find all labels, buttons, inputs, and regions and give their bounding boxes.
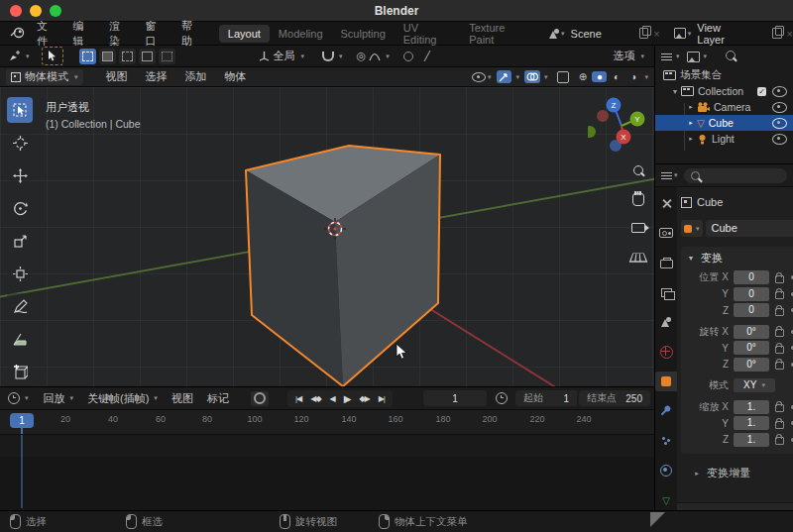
scale-x-field[interactable]: 1. [734, 400, 769, 414]
current-frame-indicator[interactable]: 1 [10, 413, 34, 428]
tab-physics[interactable] [655, 461, 677, 480]
blender-logo-icon[interactable] [10, 26, 25, 41]
properties-type-dropdown[interactable]: ▾ [661, 171, 678, 180]
snapping-toggle[interactable]: ▾ [322, 52, 343, 61]
viewport-menu-add[interactable]: 添加 [176, 69, 216, 84]
scene-selector[interactable]: ▾ Scene [549, 28, 602, 40]
navigation-gizmo[interactable]: Z Y X [588, 95, 651, 159]
gizmo-negative-x[interactable] [597, 110, 609, 122]
expand-icon[interactable]: ▸ [685, 103, 697, 111]
next-keyframe-button[interactable]: ◆▶ [356, 392, 372, 405]
shading-solid-button[interactable]: ● [592, 71, 607, 82]
outliner-row-scene-collection[interactable]: 场景集合 [655, 67, 793, 83]
tab-view-layer[interactable] [655, 282, 677, 302]
outliner-row-collection[interactable]: ▼ Collection ✓ [655, 83, 793, 99]
use-preview-range-button[interactable] [496, 392, 508, 404]
rotation-y-field[interactable]: 0° [734, 341, 769, 355]
hide-collection-eye-icon[interactable] [772, 86, 787, 97]
tab-object-data[interactable]: ▽ [655, 490, 677, 510]
object-type-dropdown[interactable]: ▾ [681, 220, 703, 237]
marker-menu[interactable]: 标记 [200, 391, 236, 406]
unlink-scene-icon[interactable]: × [653, 28, 659, 40]
lock-icon[interactable] [775, 275, 784, 283]
outliner-row-camera[interactable]: ▸ Camera [655, 99, 793, 115]
new-view-layer-icon[interactable] [772, 28, 781, 39]
lock-icon[interactable] [775, 437, 784, 445]
proportional-editing-toggle[interactable]: ◎ ▾ [357, 50, 390, 62]
object-name-field[interactable]: Cube [706, 220, 793, 237]
mode-dropdown[interactable]: 物体模式 ▾ [6, 69, 83, 85]
hide-cube-eye-icon[interactable] [772, 118, 787, 129]
tab-particles[interactable] [655, 431, 677, 451]
play-reverse-button[interactable]: ◀ [327, 392, 338, 405]
collection-checkbox[interactable]: ✓ [757, 87, 766, 96]
tool-scale[interactable] [7, 228, 33, 254]
outliner-row-light[interactable]: ▸ Light [655, 131, 793, 147]
tool-select-box[interactable] [7, 97, 33, 123]
hide-light-eye-icon[interactable] [772, 134, 787, 145]
transform-orientation-dropdown[interactable]: 全局 ▾ [259, 49, 305, 63]
active-tool-button[interactable] [42, 47, 63, 65]
play-button[interactable]: ▶ [341, 391, 354, 406]
tool-rotate[interactable] [7, 195, 33, 221]
location-z-field[interactable]: 0 [734, 303, 769, 317]
outliner-type-dropdown[interactable]: ▾ [661, 53, 680, 61]
lock-icon[interactable] [775, 308, 784, 316]
viewport-menu-object[interactable]: 物体 [216, 69, 256, 84]
workspace-tab-modeling[interactable]: Modeling [270, 25, 332, 43]
zoom-view-button[interactable] [630, 162, 646, 178]
timeline-tracks[interactable] [0, 435, 654, 510]
scale-y-field[interactable]: 1. [734, 416, 769, 430]
select-mode-extend-button[interactable] [99, 49, 116, 64]
select-mode-intersect-button[interactable] [159, 49, 175, 64]
menu-file[interactable]: 文件 [29, 19, 65, 49]
shading-wireframe-button[interactable]: ⊕ [575, 71, 590, 82]
frame-end-field[interactable]: 结束点 250 [579, 390, 650, 406]
timeline-view-menu[interactable]: 视图 [165, 391, 200, 406]
camera-view-button[interactable] [630, 220, 646, 236]
outliner-row-cube[interactable]: ▸ ▽ Cube [655, 115, 793, 131]
previous-keyframe-button[interactable]: ◀◆ [307, 392, 323, 405]
outliner-display-dropdown[interactable]: ▾ [687, 52, 708, 62]
options-dropdown[interactable]: 选项 ▾ [613, 49, 644, 63]
show-overlays-toggle[interactable] [524, 70, 540, 83]
workspace-tab-texture-paint[interactable]: Texture Paint [460, 19, 537, 49]
menu-window[interactable]: 窗口 [138, 19, 174, 49]
tab-output[interactable] [655, 253, 677, 272]
pan-view-button[interactable] [630, 191, 646, 207]
tool-transform[interactable] [7, 261, 33, 286]
workspace-tab-layout[interactable]: Layout [219, 25, 270, 43]
workspace-tab-sculpting[interactable]: Sculpting [332, 25, 395, 43]
menu-edit[interactable]: 编辑 [65, 19, 102, 49]
rotation-mode-dropdown[interactable]: XY ▾ [734, 378, 775, 392]
tab-render[interactable] [655, 223, 677, 243]
hide-camera-eye-icon[interactable] [772, 102, 787, 113]
snap-target-icon[interactable] [403, 52, 413, 61]
tool-cursor[interactable] [7, 130, 33, 156]
shading-material-button[interactable]: ◐ [609, 71, 623, 82]
current-frame-field[interactable]: 1 [423, 390, 487, 406]
jump-to-end-button[interactable]: ▶| [376, 392, 388, 405]
outliner-search-button[interactable] [726, 51, 736, 62]
viewport-menu-select[interactable]: 选择 [137, 69, 176, 84]
xray-toggle-icon[interactable] [557, 71, 569, 83]
select-mode-subtract-button[interactable] [119, 49, 136, 64]
viewport-menu-view[interactable]: 视图 [97, 69, 137, 84]
lock-icon[interactable] [775, 404, 784, 412]
select-mode-new-button[interactable] [79, 49, 96, 64]
expand-icon[interactable]: ▸ [685, 135, 697, 143]
menu-render[interactable]: 渲染 [101, 19, 138, 49]
slash-icon[interactable] [423, 51, 431, 61]
playback-menu[interactable]: 回放▾ [37, 391, 81, 406]
view-layer-selector[interactable]: ▾ View Layer [674, 22, 746, 46]
tab-object[interactable] [655, 372, 677, 391]
tab-tool[interactable] [655, 193, 677, 213]
collapse-icon[interactable]: ▼ [669, 88, 681, 95]
frame-start-field[interactable]: 起始 1 [515, 390, 577, 406]
timeline-ruler[interactable]: 20 40 60 80 100 120 140 160 180 200 220 … [0, 410, 654, 435]
tool-measure[interactable] [7, 326, 33, 352]
auto-keying-button[interactable] [251, 391, 269, 406]
lock-icon[interactable] [775, 362, 784, 370]
select-mode-invert-button[interactable] [139, 49, 156, 64]
scale-z-field[interactable]: 1. [734, 433, 769, 447]
